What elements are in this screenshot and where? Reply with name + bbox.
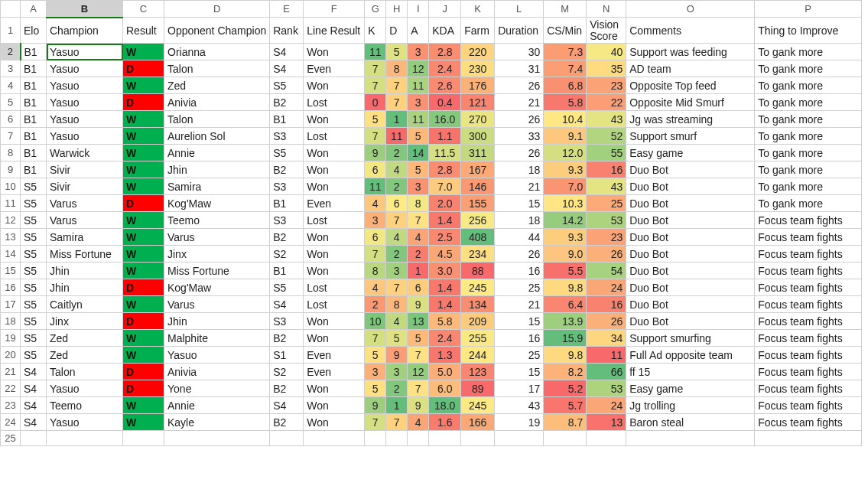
cell-H25[interactable] [386,431,408,446]
cell-P23[interactable]: Focus team fights [755,397,862,414]
cell-I17[interactable]: 9 [408,296,429,313]
cell-A4[interactable]: B1 [21,77,47,94]
select-all-corner[interactable] [1,1,21,18]
cell-O13[interactable]: Duo Bot [626,229,755,246]
cell-O15[interactable]: Duo Bot [626,263,755,279]
cell-F15[interactable]: Won [304,263,365,279]
cell-C20[interactable]: W [123,347,164,364]
cell-E2[interactable]: S4 [270,44,304,60]
cell-E8[interactable]: S5 [270,145,304,161]
cell-M22[interactable]: 5.2 [544,380,587,397]
row-head-14[interactable]: 14 [1,246,21,263]
col-head-H[interactable]: H [386,1,408,18]
cell-N8[interactable]: 55 [587,145,626,161]
cell-K8[interactable]: 311 [461,145,495,161]
cell-A22[interactable]: S4 [21,380,47,397]
cell-O25[interactable] [626,431,755,446]
cell-F23[interactable]: Won [304,397,365,414]
cell-L24[interactable]: 19 [495,414,544,431]
col-head-F[interactable]: F [304,1,365,18]
cell-P3[interactable]: To gank more [755,60,862,77]
col-head-E[interactable]: E [270,1,304,18]
cell-A3[interactable]: B1 [21,60,47,77]
cell-N24[interactable]: 13 [587,414,626,431]
cell-C23[interactable]: W [123,397,164,414]
cell-K11[interactable]: 155 [461,195,495,212]
cell-I19[interactable]: 5 [408,330,429,347]
cell-J9[interactable]: 2.8 [429,161,461,178]
cell-C8[interactable]: W [123,145,164,161]
cell-L10[interactable]: 21 [495,178,544,195]
cell-A20[interactable]: S5 [21,347,47,364]
cell-H17[interactable]: 8 [386,296,408,313]
cell-K7[interactable]: 300 [461,128,495,145]
cell-K21[interactable]: 123 [461,364,495,380]
cell-I16[interactable]: 6 [408,279,429,296]
cell-L13[interactable]: 44 [495,229,544,246]
cell-A11[interactable]: S5 [21,195,47,212]
cell-N6[interactable]: 43 [587,111,626,128]
cell-O10[interactable]: Duo Bot [626,178,755,195]
cell-M16[interactable]: 9.8 [544,279,587,296]
row-head-1[interactable]: 1 [1,18,21,44]
cell-H8[interactable]: 2 [386,145,408,161]
cell-G18[interactable]: 10 [365,313,386,330]
cell-O23[interactable]: Jg trolling [626,397,755,414]
cell-I2[interactable]: 3 [408,44,429,60]
cell-H15[interactable]: 3 [386,263,408,279]
cell-F21[interactable]: Even [304,364,365,380]
cell-N22[interactable]: 53 [587,380,626,397]
cell-E21[interactable]: S2 [270,364,304,380]
cell-K24[interactable]: 166 [461,414,495,431]
col-head-A[interactable]: A [21,1,47,18]
cell-B12[interactable]: Varus [47,212,123,229]
header-I[interactable]: A [408,18,429,44]
cell-G22[interactable]: 5 [365,380,386,397]
cell-A21[interactable]: S4 [21,364,47,380]
row-head-10[interactable]: 10 [1,178,21,195]
cell-D14[interactable]: Jinx [164,246,270,263]
row-head-23[interactable]: 23 [1,397,21,414]
cell-K6[interactable]: 270 [461,111,495,128]
cell-O20[interactable]: Full Ad opposite team [626,347,755,364]
cell-B8[interactable]: Warwick [47,145,123,161]
col-head-N[interactable]: N [587,1,626,18]
cell-C15[interactable]: W [123,263,164,279]
cell-F6[interactable]: Won [304,111,365,128]
cell-J17[interactable]: 1.4 [429,296,461,313]
cell-F12[interactable]: Lost [304,212,365,229]
cell-H18[interactable]: 4 [386,313,408,330]
header-K[interactable]: Farm [461,18,495,44]
cell-P24[interactable]: Focus team fights [755,414,862,431]
cell-D12[interactable]: Teemo [164,212,270,229]
cell-G6[interactable]: 5 [365,111,386,128]
cell-A23[interactable]: S4 [21,397,47,414]
cell-M10[interactable]: 7.0 [544,178,587,195]
cell-K15[interactable]: 88 [461,263,495,279]
col-head-M[interactable]: M [544,1,587,18]
cell-O6[interactable]: Jg was streaming [626,111,755,128]
cell-F8[interactable]: Won [304,145,365,161]
cell-M5[interactable]: 5.8 [544,94,587,111]
cell-L25[interactable] [495,431,544,446]
cell-O11[interactable]: Duo Bot [626,195,755,212]
cell-M12[interactable]: 14.2 [544,212,587,229]
cell-E22[interactable]: B2 [270,380,304,397]
cell-B13[interactable]: Samira [47,229,123,246]
row-head-11[interactable]: 11 [1,195,21,212]
header-J[interactable]: KDA [429,18,461,44]
cell-H11[interactable]: 6 [386,195,408,212]
cell-F24[interactable]: Won [304,414,365,431]
cell-G2[interactable]: 11 [365,44,386,60]
cell-I15[interactable]: 1 [408,263,429,279]
cell-A7[interactable]: B1 [21,128,47,145]
cell-N10[interactable]: 43 [587,178,626,195]
cell-E24[interactable]: B2 [270,414,304,431]
cell-C22[interactable]: D [123,380,164,397]
cell-I12[interactable]: 7 [408,212,429,229]
cell-F2[interactable]: Won [304,44,365,60]
cell-E11[interactable]: B1 [270,195,304,212]
cell-A24[interactable]: S4 [21,414,47,431]
cell-H12[interactable]: 7 [386,212,408,229]
cell-H9[interactable]: 4 [386,161,408,178]
